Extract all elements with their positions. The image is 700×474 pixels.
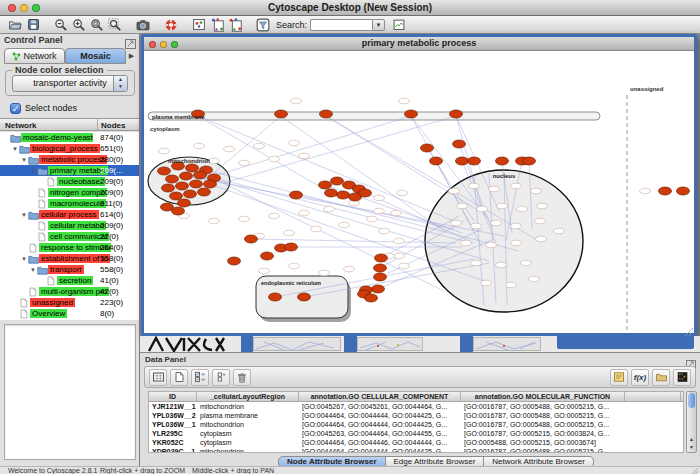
table-cell: mitochondrion bbox=[197, 402, 299, 411]
network-close-button[interactable] bbox=[149, 41, 156, 48]
maximize-button[interactable] bbox=[32, 4, 40, 12]
import-attributes-icon[interactable] bbox=[652, 369, 670, 386]
background-window-edge[interactable] bbox=[460, 336, 473, 352]
table-row[interactable]: YPL036W__1mitochondrion[GO:0044464, GO:0… bbox=[149, 420, 683, 429]
save-session-icon[interactable] bbox=[24, 17, 42, 32]
scrollbar-thumb[interactable] bbox=[688, 393, 695, 408]
tree-row[interactable]: mosaic-demo-yeast874(0) bbox=[0, 132, 139, 143]
select-nodes-checkbox[interactable] bbox=[10, 103, 21, 114]
disclosure-triangle-icon[interactable] bbox=[20, 157, 28, 163]
background-window-edge[interactable] bbox=[241, 336, 253, 352]
tree-row[interactable]: nucleobase-209(0) bbox=[0, 176, 139, 187]
background-window-thumbnail[interactable] bbox=[253, 337, 341, 351]
background-window-thumbnail[interactable] bbox=[357, 337, 423, 351]
function-builder-icon[interactable] bbox=[631, 369, 649, 386]
background-window-edge[interactable] bbox=[344, 336, 357, 352]
delete-attribute-icon[interactable] bbox=[233, 369, 251, 386]
tree-row[interactable]: multi-organism pro42(0) bbox=[0, 286, 139, 297]
help-lifesaver-icon[interactable] bbox=[162, 17, 180, 32]
disclosure-triangle-icon[interactable] bbox=[29, 168, 37, 174]
table-cell: [GO:0044464, GO:0044444, GO:0044425, G..… bbox=[299, 420, 461, 429]
background-window-thumbnail[interactable] bbox=[473, 337, 541, 351]
tree-row[interactable]: biological_process651(0) bbox=[0, 143, 139, 154]
file-icon bbox=[46, 276, 57, 286]
zoom-fit-icon[interactable] bbox=[88, 17, 106, 32]
disclosure-triangle-icon[interactable] bbox=[29, 267, 37, 273]
zoom-out-icon[interactable] bbox=[52, 17, 70, 32]
table-cell bbox=[625, 447, 681, 453]
snapshot-icon[interactable] bbox=[134, 17, 152, 32]
table-cell: [GO:0016787, GO:0005215, GO:0003824, G..… bbox=[461, 429, 625, 438]
data-panel-float-icon[interactable] bbox=[686, 355, 696, 364]
tree-row[interactable]: macromolecule311(0) bbox=[0, 198, 139, 209]
zoom-in-icon[interactable] bbox=[70, 17, 88, 32]
network-canvas[interactable]: plasma membranecytoplasmmitochondrionnuc… bbox=[144, 51, 694, 333]
select-attributes-icon[interactable] bbox=[191, 369, 209, 386]
disclosure-triangle-icon[interactable] bbox=[20, 212, 28, 218]
tree-row[interactable]: cellular metabo209(0) bbox=[0, 220, 139, 231]
annotation-icon-2[interactable] bbox=[226, 17, 244, 32]
attribute-table[interactable]: ID_cellularLayoutRegionannotation.GO CEL… bbox=[148, 391, 684, 453]
scroll-down-icon[interactable] bbox=[687, 443, 696, 451]
disclosure-triangle-icon[interactable] bbox=[20, 256, 28, 262]
notes-icon[interactable] bbox=[610, 369, 628, 386]
tree-row[interactable]: metabolic process280(0) bbox=[0, 154, 139, 165]
tree-row[interactable]: Overview8(0) bbox=[0, 308, 139, 319]
column-header[interactable]: _cellularLayoutRegion bbox=[197, 392, 299, 401]
column-header[interactable]: ID bbox=[149, 392, 197, 401]
title-bar: Cytoscape Desktop (New Session) bbox=[0, 0, 700, 16]
attribute-matrix-icon[interactable] bbox=[673, 369, 691, 386]
column-header[interactable]: annotation.GO MOLECULAR_FUNCTION bbox=[461, 392, 625, 401]
scroll-up-icon[interactable] bbox=[687, 435, 696, 443]
table-row[interactable]: YDR039C__1mitochondrion[GO:0044464, GO:0… bbox=[149, 447, 683, 453]
tree-row[interactable]: secretion41(0) bbox=[0, 275, 139, 286]
network-minimize-button[interactable] bbox=[160, 41, 167, 48]
file-icon bbox=[37, 199, 48, 209]
open-file-icon[interactable] bbox=[6, 17, 24, 32]
node-color-selection-group: Node color selection transporter activit… bbox=[5, 70, 135, 96]
birds-eye-view[interactable] bbox=[4, 324, 136, 460]
tree-row[interactable]: cellular process614(0) bbox=[0, 209, 139, 220]
annotation-icon-1[interactable] bbox=[208, 17, 226, 32]
window-resize-grip[interactable] bbox=[684, 323, 694, 333]
tree-row[interactable]: transport558(0) bbox=[0, 264, 139, 275]
tree-row[interactable]: establishment of lo558(0) bbox=[0, 253, 139, 264]
row-options-icon[interactable] bbox=[212, 369, 230, 386]
search-options-icon[interactable] bbox=[390, 17, 408, 32]
search-input[interactable] bbox=[310, 19, 372, 31]
network-maximize-button[interactable] bbox=[171, 41, 178, 48]
tab-mosaic[interactable]: Mosaic bbox=[65, 48, 126, 64]
float-panel-icon[interactable] bbox=[125, 35, 136, 45]
tree-row[interactable]: primary metabo209(... bbox=[0, 165, 139, 176]
column-header[interactable] bbox=[625, 392, 681, 401]
app-resize-grip[interactable] bbox=[691, 467, 699, 474]
tree-nodes-count: 209(0) bbox=[100, 177, 123, 186]
tree-row[interactable]: unassigned223(0) bbox=[0, 297, 139, 308]
create-attribute-icon[interactable] bbox=[170, 369, 188, 386]
tree-row[interactable]: response to stimulu264(0) bbox=[0, 242, 139, 253]
table-cell: [GO:0044464, GO:0044446, GO:0044444, G..… bbox=[299, 438, 461, 447]
table-cell: YKR052C bbox=[149, 438, 197, 447]
minimize-button[interactable] bbox=[20, 4, 28, 12]
tab-overflow-arrow-icon[interactable] bbox=[126, 48, 137, 64]
table-row[interactable]: YJR121W__1mitochondrion[GO:0045267, GO:0… bbox=[149, 402, 683, 411]
zoom-selected-icon[interactable] bbox=[106, 17, 124, 32]
image-manager-icon[interactable] bbox=[190, 17, 208, 32]
tab-network[interactable]: Network bbox=[4, 48, 65, 64]
disclosure-triangle-icon[interactable] bbox=[11, 146, 19, 152]
node-color-dropdown[interactable]: transporter activity bbox=[12, 75, 128, 92]
column-header[interactable]: annotation.GO CELLULAR_COMPONENT bbox=[299, 392, 461, 401]
table-row[interactable]: YLR295Ccytoplasm[GO:0045263, GO:0044464,… bbox=[149, 429, 683, 438]
attribute-table-icon[interactable] bbox=[149, 369, 167, 386]
tree-row[interactable]: cell communicat22(0) bbox=[0, 231, 139, 242]
tree-nodes-count: 223(0) bbox=[100, 298, 123, 307]
table-row[interactable]: YPL036W__2plasma membrane[GO:0044464, GO… bbox=[149, 411, 683, 420]
tree-row[interactable]: nitrogen compo209(0) bbox=[0, 187, 139, 198]
search-dropdown-arrow-icon[interactable] bbox=[372, 19, 385, 31]
close-button[interactable] bbox=[8, 4, 16, 12]
table-row[interactable]: YKR052Ccytoplasm[GO:0044464, GO:0044446,… bbox=[149, 438, 683, 447]
filter-icon[interactable] bbox=[254, 17, 272, 32]
dropdown-stepper-icon bbox=[113, 76, 127, 91]
table-scrollbar[interactable] bbox=[686, 391, 697, 453]
network-window[interactable]: primary metabolic process plasma membran… bbox=[141, 34, 697, 336]
